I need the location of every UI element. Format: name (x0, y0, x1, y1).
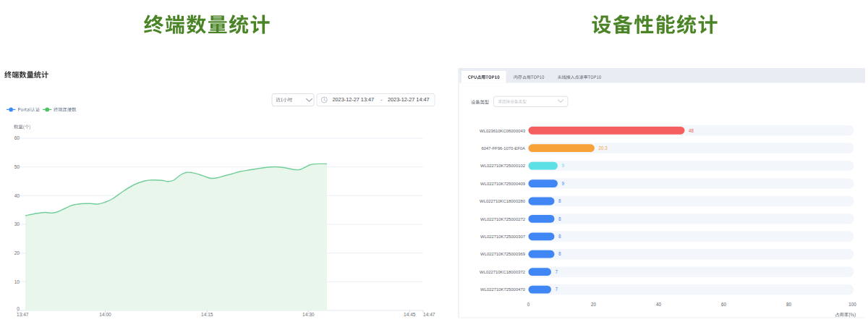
svg-text:14:15: 14:15 (201, 312, 213, 317)
svg-text:7: 7 (556, 269, 558, 274)
svg-text:8: 8 (558, 234, 561, 239)
svg-text:WL023610KC06000043: WL023610KC06000043 (480, 129, 526, 133)
svg-text:80: 80 (786, 302, 792, 307)
svg-text:0: 0 (527, 302, 530, 307)
svg-text:30: 30 (14, 221, 20, 227)
svg-text:WL022710K725000369: WL022710K725000369 (480, 252, 525, 256)
svg-text:50: 50 (14, 164, 20, 169)
svg-text:9: 9 (562, 163, 565, 168)
svg-text:48: 48 (689, 128, 694, 133)
svg-text:WL022710K725000272: WL022710K725000272 (480, 217, 525, 221)
svg-text:9: 9 (562, 181, 565, 186)
svg-text:14:47: 14:47 (423, 312, 435, 317)
svg-text:2023-12-27 14:47: 2023-12-27 14:47 (388, 96, 430, 103)
svg-text:20: 20 (14, 250, 20, 255)
svg-text:8: 8 (558, 251, 561, 256)
svg-text:100: 100 (848, 302, 856, 307)
svg-text:8: 8 (558, 198, 561, 203)
svg-text:WL022710KC18000280: WL022710KC18000280 (480, 199, 526, 203)
svg-text:60: 60 (14, 135, 20, 140)
svg-text:14:45: 14:45 (404, 312, 416, 317)
svg-text:40: 40 (656, 302, 662, 307)
svg-text:2023-12-27 13:47: 2023-12-27 13:47 (333, 96, 375, 103)
svg-text:14:00: 14:00 (99, 312, 111, 317)
svg-text:10: 10 (14, 279, 20, 284)
svg-text:WL022710K725000409: WL022710K725000409 (480, 182, 525, 186)
svg-text:60: 60 (721, 302, 727, 307)
svg-text:14:30: 14:30 (302, 312, 315, 317)
svg-text:20: 20 (591, 302, 597, 307)
svg-text:0: 0 (17, 306, 20, 311)
svg-text:8: 8 (558, 216, 561, 221)
svg-text:WL022710K725000102: WL022710K725000102 (480, 164, 525, 168)
svg-text:WL022710K725000307: WL022710K725000307 (480, 234, 525, 239)
svg-text:6047-FF96-1070-EF0A: 6047-FF96-1070-EF0A (481, 146, 525, 151)
svg-text:13:47: 13:47 (17, 312, 29, 317)
svg-text:WL022710KC18000372: WL022710KC18000372 (480, 270, 525, 274)
svg-text:20.3: 20.3 (598, 145, 608, 151)
svg-text:WL022710K725000470: WL022710K725000470 (480, 287, 526, 292)
svg-text:7: 7 (556, 287, 558, 292)
svg-text:40: 40 (14, 193, 20, 198)
